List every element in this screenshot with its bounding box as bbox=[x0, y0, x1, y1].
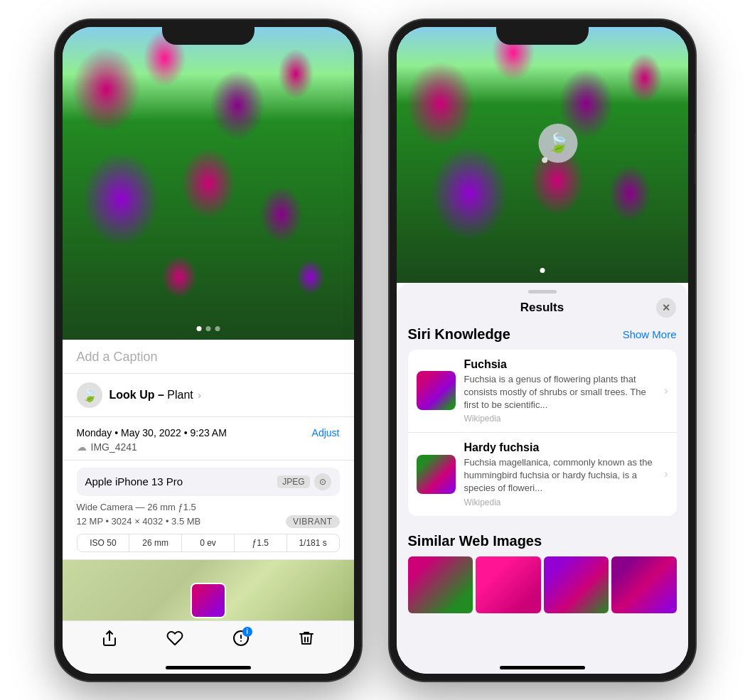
hardy-text: Hardy fuchsia Fuchsia magellanica, commo… bbox=[464, 441, 656, 507]
right-phone: 🍃 Results ✕ Siri Knowledge bbox=[390, 20, 695, 681]
device-row: Apple iPhone 13 Pro JPEG ⊙ bbox=[77, 468, 340, 496]
caption-placeholder[interactable]: Add a Caption bbox=[77, 350, 158, 364]
fuchsia-text: Fuchsia Fuchsia is a genus of flowering … bbox=[464, 358, 656, 424]
filename-row: ☁ IMG_4241 bbox=[77, 441, 340, 453]
filename-text: IMG_4241 bbox=[91, 441, 137, 453]
device-name: Apple iPhone 13 Pro bbox=[85, 475, 183, 488]
right-dot-indicator bbox=[537, 263, 547, 276]
caption-area[interactable]: Add a Caption bbox=[63, 340, 354, 374]
map-area[interactable] bbox=[63, 560, 354, 620]
hardy-thumbnail bbox=[417, 455, 456, 494]
results-title: Results bbox=[520, 301, 564, 315]
left-phone: Add a Caption 🍃 Look Up – Plant › Monday… bbox=[55, 20, 361, 681]
adjust-button[interactable]: Adjust bbox=[312, 427, 340, 438]
hardy-chevron: › bbox=[664, 468, 668, 480]
leaf-icon: 🍃 bbox=[82, 387, 97, 403]
hardy-desc: Fuchsia magellanica, commonly known as t… bbox=[464, 456, 656, 495]
home-indicator bbox=[166, 666, 251, 669]
results-panel: Results ✕ Siri Knowledge Show More bbox=[397, 283, 688, 652]
format-badge: JPEG bbox=[277, 475, 309, 488]
left-screen: Add a Caption 🍃 Look Up – Plant › Monday… bbox=[63, 27, 354, 674]
fuchsia-desc: Fuchsia is a genus of flowering plants t… bbox=[464, 373, 656, 412]
cloud-icon: ☁ bbox=[77, 441, 87, 453]
exif-shutter: 1/181 s bbox=[287, 534, 339, 551]
results-handle bbox=[397, 283, 688, 298]
fuchsia-chevron: › bbox=[664, 384, 668, 397]
fuchsia-item[interactable]: Fuchsia Fuchsia is a genus of flowering … bbox=[408, 350, 677, 433]
exif-aperture: ƒ1.5 bbox=[235, 534, 287, 551]
device-badges: JPEG ⊙ bbox=[277, 473, 331, 490]
fuchsia-thumbnail bbox=[417, 371, 456, 410]
toolbar: i bbox=[63, 620, 354, 652]
right-photo-area: 🍃 bbox=[397, 27, 688, 283]
lookup-row[interactable]: 🍃 Look Up – Plant › bbox=[63, 374, 354, 417]
lookup-label: Look Up – Plant › bbox=[109, 389, 201, 402]
knowledge-card: Fuchsia Fuchsia is a genus of flowering … bbox=[408, 350, 677, 516]
heart-button[interactable] bbox=[166, 630, 183, 647]
exif-focal: 26 mm bbox=[129, 534, 182, 551]
camera-info: Wide Camera — 26 mm ƒ1.5 bbox=[77, 502, 340, 512]
close-button[interactable]: ✕ bbox=[656, 298, 676, 318]
device-section: Apple iPhone 13 Pro JPEG ⊙ Wide Camera —… bbox=[63, 461, 354, 560]
siri-knowledge-section: Siri Knowledge Show More Fuchsia Fuchsia… bbox=[397, 326, 688, 524]
show-more-button[interactable]: Show More bbox=[623, 328, 677, 340]
results-header: Results ✕ bbox=[397, 298, 688, 326]
hardy-fuchsia-item[interactable]: Hardy fuchsia Fuchsia magellanica, commo… bbox=[408, 432, 677, 516]
exif-iso: ISO 50 bbox=[77, 534, 130, 551]
right-home-indicator bbox=[500, 666, 585, 669]
trash-icon bbox=[298, 630, 315, 647]
similar-img-4[interactable] bbox=[611, 556, 677, 613]
info-badge: i bbox=[242, 627, 252, 637]
similar-img-1[interactable] bbox=[408, 556, 473, 613]
similar-title: Similar Web Images bbox=[408, 533, 677, 549]
hardy-name: Hardy fuchsia bbox=[464, 441, 656, 454]
rdot-1 bbox=[540, 268, 545, 273]
metadata-row1: Monday • May 30, 2022 • 9:23 AM Adjust bbox=[77, 427, 340, 438]
similar-section: Similar Web Images bbox=[397, 524, 688, 613]
info-button[interactable]: i bbox=[232, 630, 250, 647]
share-button[interactable] bbox=[101, 630, 118, 647]
right-screen: 🍃 Results ✕ Siri Knowledge bbox=[397, 27, 688, 674]
siri-dot bbox=[542, 157, 547, 163]
fuchsia-source: Wikipedia bbox=[464, 414, 656, 424]
heart-icon bbox=[166, 630, 183, 647]
info-panel: Add a Caption 🍃 Look Up – Plant › Monday… bbox=[63, 340, 354, 620]
exif-ev: 0 ev bbox=[182, 534, 235, 551]
date-text: Monday • May 30, 2022 • 9:23 AM bbox=[77, 427, 227, 438]
right-home-bar bbox=[397, 652, 688, 674]
section-header: Siri Knowledge Show More bbox=[408, 326, 677, 343]
hardy-source: Wikipedia bbox=[464, 497, 656, 507]
siri-knowledge-title: Siri Knowledge bbox=[408, 326, 510, 343]
lookup-chevron: › bbox=[198, 389, 201, 401]
metadata-section: Monday • May 30, 2022 • 9:23 AM Adjust ☁… bbox=[63, 417, 354, 461]
fuchsia-name: Fuchsia bbox=[464, 358, 656, 371]
delete-button[interactable] bbox=[298, 630, 315, 647]
settings-icon: ⊙ bbox=[314, 473, 331, 490]
dot-3 bbox=[215, 326, 220, 331]
similar-img-2[interactable] bbox=[476, 556, 541, 613]
map-thumbnail bbox=[191, 583, 226, 618]
home-bar bbox=[63, 652, 354, 674]
vibrant-badge: VIBRANT bbox=[286, 515, 340, 528]
lookup-icon-circle: 🍃 bbox=[77, 382, 102, 408]
page-dots bbox=[196, 326, 220, 331]
mp-text: 12 MP • 3024 × 4032 • 3.5 MB bbox=[77, 516, 201, 527]
similar-img-3[interactable] bbox=[544, 556, 609, 613]
handle-bar bbox=[528, 290, 557, 294]
similar-images-row bbox=[408, 556, 677, 613]
share-icon bbox=[101, 630, 118, 647]
dot-1 bbox=[196, 326, 201, 331]
dot-2 bbox=[205, 326, 210, 331]
exif-row: ISO 50 26 mm 0 ev ƒ1.5 1/181 s bbox=[77, 534, 340, 552]
mp-row: 12 MP • 3024 × 4032 • 3.5 MB VIBRANT bbox=[77, 515, 340, 528]
photo-area[interactable] bbox=[63, 27, 354, 340]
